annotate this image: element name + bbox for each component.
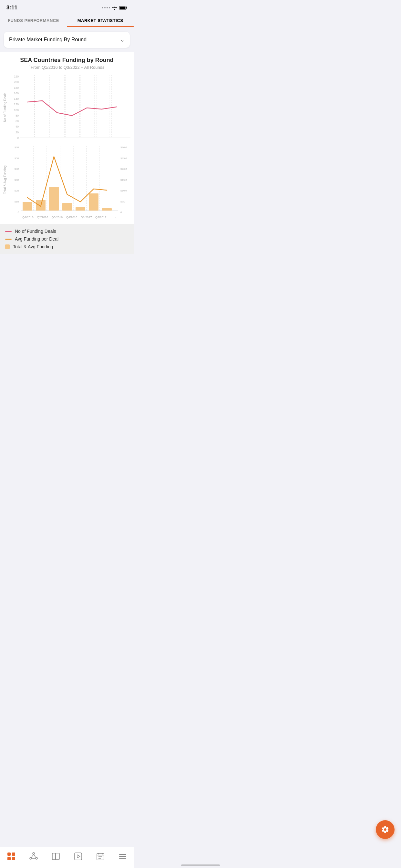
svg-rect-24: [23, 202, 32, 211]
svg-rect-2: [120, 7, 126, 9]
x-label-q22017: Q2/2017: [94, 216, 108, 219]
battery-icon: [119, 6, 127, 10]
dropdown-label: Private Market Funding By Round: [9, 37, 87, 42]
legend-color-avg: [5, 239, 11, 240]
chevron-down-icon: ⌄: [120, 36, 125, 43]
status-bar: 3:11: [0, 0, 134, 13]
chart-card: SEA Countries Funding by Round `From Q1/…: [0, 52, 134, 224]
tab-funds-performance[interactable]: FUNDS PERFORMANCE: [0, 13, 67, 27]
legend-item-avg: Avg Funding per Deal: [5, 237, 128, 242]
dropdown-selector[interactable]: Private Market Funding By Round ⌄: [4, 32, 130, 48]
chart-title: SEA Countries Funding by Round: [3, 57, 130, 64]
bottom-chart-svg: [20, 146, 120, 214]
x-label-more: ›: [108, 216, 123, 219]
wifi-icon: [112, 6, 117, 10]
top-chart-inner: 0 20 40 60 80 100 120 140 160 180 200 22…: [10, 75, 130, 140]
signal-icon: [102, 7, 110, 8]
chart-subtitle: `From Q1/2016 to Q3/2022 – All Rounds: [3, 65, 130, 70]
x-label-q42016: Q4/2016: [64, 216, 79, 219]
bottom-chart-area: Total & Avg Funding 0 $1B $2B $3B $4B $5…: [3, 146, 130, 219]
svg-rect-30: [102, 208, 112, 211]
top-chart-area: No of Funding Deals 0 20 40 60 80 100 12…: [3, 75, 130, 140]
x-label-q22016: Q2/2016: [35, 216, 50, 219]
x-label-q32016: Q3/2016: [50, 216, 64, 219]
legend-color-deals: [5, 231, 11, 232]
status-time: 3:11: [6, 4, 18, 11]
status-icons: [102, 6, 127, 10]
top-line-chart-svg: .gridv{stroke:#ddd;stroke-dasharray:4,3;…: [20, 75, 130, 140]
legend-item-deals: No of Funding Deals: [5, 228, 128, 234]
legend-label-total: Total & Avg Funding: [13, 244, 53, 249]
y-axis-top-label: No of Funding Deals: [3, 75, 10, 140]
x-axis-labels: Q1/2016 Q2/2016 Q3/2016 Q4/2016 Q1/2017 …: [21, 216, 123, 219]
legend-label-avg: Avg Funding per Deal: [15, 237, 58, 242]
x-label-q12017: Q1/2017: [79, 216, 94, 219]
svg-rect-1: [127, 7, 127, 9]
legend-item-total: Total & Avg Funding: [5, 244, 128, 249]
svg-rect-29: [89, 193, 98, 211]
svg-rect-28: [75, 207, 85, 211]
legend-color-total: [5, 244, 10, 249]
chart-legend: No of Funding Deals Avg Funding per Deal…: [0, 224, 134, 254]
top-tabs: FUNDS PERFORMANCE MARKET STATISTICS: [0, 13, 134, 27]
x-label-q12016: Q1/2016: [21, 216, 35, 219]
legend-label-deals: No of Funding Deals: [15, 228, 56, 234]
y-axis-bottom-label: Total & Avg Funding: [3, 146, 10, 214]
tab-market-statistics[interactable]: MARKET STATISTICS: [67, 13, 134, 27]
svg-rect-26: [49, 187, 59, 211]
svg-rect-27: [62, 203, 72, 211]
